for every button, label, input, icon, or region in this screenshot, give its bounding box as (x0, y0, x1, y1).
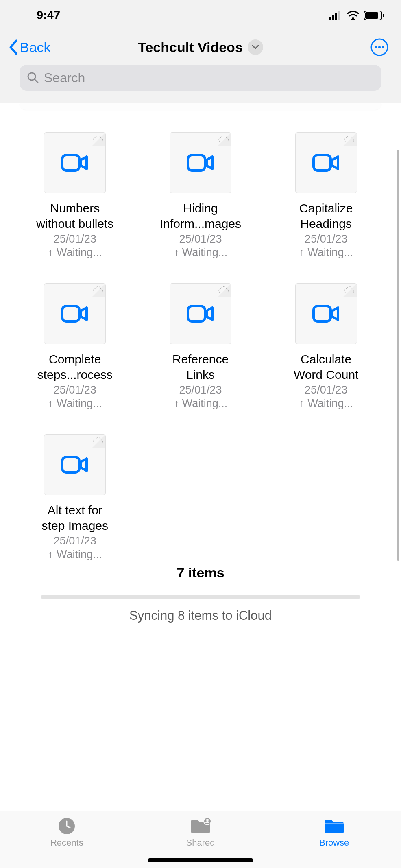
video-icon (61, 304, 89, 324)
page-title: Techcult Videos (138, 39, 243, 55)
cloud-icon (93, 136, 103, 143)
file-thumbnail (44, 434, 106, 495)
shared-folder-icon (190, 817, 211, 835)
svg-point-10 (378, 46, 381, 48)
file-name: HidingInform...mages (160, 201, 241, 231)
more-options-button[interactable] (370, 38, 389, 57)
video-icon (61, 455, 89, 475)
svg-rect-16 (314, 155, 331, 171)
svg-rect-20 (62, 457, 79, 472)
file-item[interactable]: HidingInform...mages 25/01/23 ↑ Waiting.… (148, 132, 253, 259)
status-time: 9:47 (37, 9, 60, 22)
svg-rect-15 (188, 155, 205, 171)
tab-label: Shared (186, 837, 215, 848)
file-name: CalculateWord Count (294, 352, 359, 382)
file-status: ↑ Waiting... (299, 246, 353, 259)
tab-browse[interactable]: Browse (298, 817, 371, 848)
navigation-header: Back Techcult Videos (0, 31, 401, 65)
chevron-down-icon (252, 45, 259, 50)
file-status: ↑ Waiting... (48, 397, 102, 410)
cloud-icon (218, 136, 229, 143)
file-item[interactable]: CalculateWord Count 25/01/23 ↑ Waiting..… (273, 283, 379, 410)
file-status: ↑ Waiting... (174, 397, 228, 410)
svg-rect-14 (62, 155, 79, 171)
video-icon (61, 153, 89, 173)
file-name: Alt text forstep Images (42, 503, 108, 533)
svg-point-9 (375, 46, 377, 48)
sync-status-text: Syncing 8 items to iCloud (0, 608, 401, 623)
status-icons (329, 11, 385, 20)
svg-rect-7 (383, 14, 384, 17)
cellular-icon (329, 11, 342, 20)
file-date: 25/01/23 (179, 233, 222, 245)
back-button[interactable]: Back (8, 39, 51, 55)
cloud-icon (93, 286, 103, 294)
tab-label: Browse (319, 837, 349, 848)
folder-icon (323, 817, 345, 835)
ellipsis-circle-icon (370, 38, 389, 57)
chevron-left-icon (8, 39, 18, 55)
status-bar: 9:47 (0, 0, 401, 31)
svg-rect-17 (62, 306, 79, 321)
video-icon (186, 304, 215, 324)
scroll-indicator[interactable] (397, 150, 399, 561)
file-thumbnail (295, 132, 357, 193)
svg-rect-19 (314, 306, 331, 321)
tab-recents[interactable]: Recents (30, 817, 103, 848)
file-date: 25/01/23 (54, 233, 96, 245)
file-status: ↑ Waiting... (174, 246, 228, 259)
file-item[interactable]: ReferenceLinks 25/01/23 ↑ Waiting... (148, 283, 253, 410)
svg-point-23 (206, 819, 209, 821)
svg-rect-18 (188, 306, 205, 321)
file-status: ↑ Waiting... (299, 397, 353, 410)
file-thumbnail (44, 132, 106, 193)
video-icon (312, 153, 340, 173)
file-status: ↑ Waiting... (48, 246, 102, 259)
file-date: 25/01/23 (305, 233, 347, 245)
file-name: Completesteps...rocess (37, 352, 113, 382)
cloud-icon (218, 286, 229, 294)
tab-label: Recents (50, 837, 83, 848)
svg-rect-2 (335, 13, 337, 20)
video-icon (312, 304, 340, 324)
svg-rect-3 (338, 11, 340, 20)
file-status: ↑ Waiting... (48, 548, 102, 561)
file-name: CapitalizeHeadings (299, 201, 353, 231)
file-name: ReferenceLinks (172, 352, 229, 382)
file-date: 25/01/23 (305, 384, 347, 396)
svg-point-4 (352, 17, 354, 20)
file-item[interactable]: Alt text forstep Images 25/01/23 ↑ Waiti… (22, 434, 128, 561)
file-thumbnail (170, 132, 231, 193)
file-item[interactable]: Numberswithout bullets 25/01/23 ↑ Waitin… (22, 132, 128, 259)
file-date: 25/01/23 (54, 384, 96, 396)
file-date: 25/01/23 (54, 535, 96, 547)
svg-line-13 (35, 79, 38, 83)
back-label: Back (20, 39, 51, 55)
sync-progress-container (41, 595, 360, 599)
home-indicator[interactable] (148, 858, 253, 862)
search-bar[interactable] (20, 65, 381, 91)
svg-point-11 (382, 46, 384, 48)
file-item[interactable]: CapitalizeHeadings 25/01/23 ↑ Waiting... (273, 132, 379, 259)
file-item[interactable]: Completesteps...rocess 25/01/23 ↑ Waitin… (22, 283, 128, 410)
svg-rect-1 (332, 15, 334, 20)
clock-icon (58, 817, 76, 835)
svg-rect-0 (329, 17, 331, 20)
cloud-icon (344, 136, 355, 143)
wifi-icon (347, 11, 360, 20)
file-thumbnail (170, 283, 231, 344)
cloud-icon (344, 286, 355, 294)
file-thumbnail (44, 283, 106, 344)
file-grid: Numberswithout bullets 25/01/23 ↑ Waitin… (0, 110, 401, 561)
search-container (0, 65, 401, 103)
search-input[interactable] (44, 70, 374, 85)
battery-icon (364, 11, 385, 20)
cloud-icon (93, 437, 103, 445)
search-icon (27, 72, 39, 84)
folder-dropdown-button[interactable] (248, 39, 263, 55)
file-thumbnail (295, 283, 357, 344)
video-icon (186, 153, 215, 173)
tab-shared[interactable]: Shared (164, 817, 237, 848)
previous-card-remnant (20, 103, 381, 110)
file-date: 25/01/23 (179, 384, 222, 396)
